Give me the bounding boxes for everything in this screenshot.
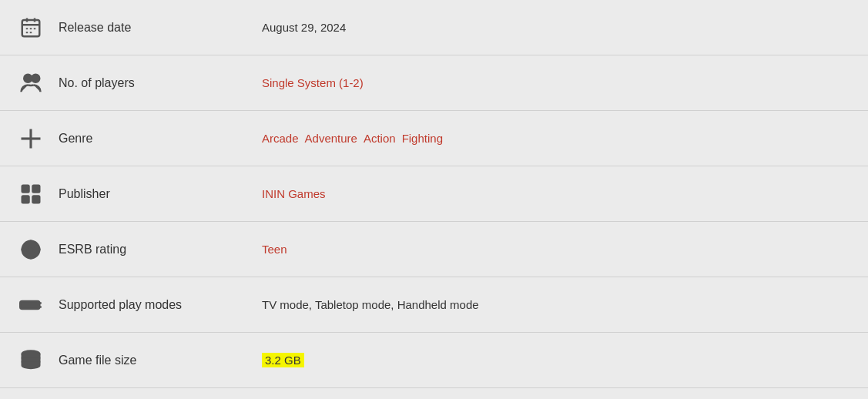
publisher-row: Publisher ININ Games bbox=[0, 166, 868, 222]
svg-rect-14 bbox=[33, 185, 40, 192]
genre-links: Arcade Adventure Action Fighting bbox=[250, 132, 856, 145]
svg-rect-16 bbox=[33, 196, 40, 203]
release-date-value: August 29, 2024 bbox=[250, 21, 856, 34]
file-size-row: Game file size 3.2 GB bbox=[0, 333, 868, 388]
publisher-value[interactable]: ININ Games bbox=[250, 187, 856, 200]
release-date-label: Release date bbox=[49, 21, 250, 35]
players-label: No. of players bbox=[49, 76, 250, 90]
genre-icon bbox=[12, 127, 49, 150]
svg-point-18 bbox=[28, 246, 35, 253]
genre-adventure-link[interactable]: Adventure bbox=[305, 132, 357, 145]
file-size-icon bbox=[12, 349, 49, 372]
play-modes-icon bbox=[12, 293, 49, 317]
play-modes-value: TV mode, Tabletop mode, Handheld mode bbox=[250, 298, 856, 311]
file-size-value: 3.2 GB bbox=[250, 354, 856, 367]
person-icon bbox=[12, 72, 49, 95]
svg-rect-15 bbox=[22, 196, 29, 203]
players-link[interactable]: Single System (1-2) bbox=[262, 76, 364, 89]
publisher-label: Publisher bbox=[49, 187, 250, 201]
genre-label: Genre bbox=[49, 132, 250, 146]
genre-action-link[interactable]: Action bbox=[364, 132, 396, 145]
play-modes-row: Supported play modes TV mode, Tabletop m… bbox=[0, 277, 868, 333]
players-row: No. of players Single System (1-2) bbox=[0, 55, 868, 111]
svg-point-9 bbox=[24, 74, 32, 82]
file-size-label: Game file size bbox=[49, 354, 250, 367]
languages-row: Supported languages English, French, Ger… bbox=[0, 388, 868, 399]
players-value[interactable]: Single System (1-2) bbox=[250, 76, 856, 89]
genre-row: Genre Arcade Adventure Action Fighting bbox=[0, 111, 868, 166]
svg-point-10 bbox=[32, 74, 39, 82]
release-date-row: Release date August 29, 2024 bbox=[0, 0, 868, 55]
genre-arcade-link[interactable]: Arcade bbox=[262, 132, 299, 145]
esrb-link[interactable]: Teen bbox=[262, 243, 287, 256]
play-modes-label: Supported play modes bbox=[49, 298, 250, 312]
info-table: Release date August 29, 2024 No. of play… bbox=[0, 0, 868, 399]
file-size-highlight: 3.2 GB bbox=[262, 353, 304, 367]
esrb-value[interactable]: Teen bbox=[250, 243, 856, 256]
publisher-link[interactable]: ININ Games bbox=[262, 187, 326, 200]
genre-fighting-link[interactable]: Fighting bbox=[402, 132, 443, 145]
calendar-icon bbox=[12, 16, 49, 39]
svg-rect-26 bbox=[22, 303, 32, 307]
esrb-label: ESRB rating bbox=[49, 243, 250, 256]
esrb-row: ESRB rating Teen bbox=[0, 222, 868, 277]
svg-rect-13 bbox=[22, 185, 29, 192]
esrb-icon bbox=[12, 238, 49, 261]
publisher-icon bbox=[12, 183, 49, 206]
